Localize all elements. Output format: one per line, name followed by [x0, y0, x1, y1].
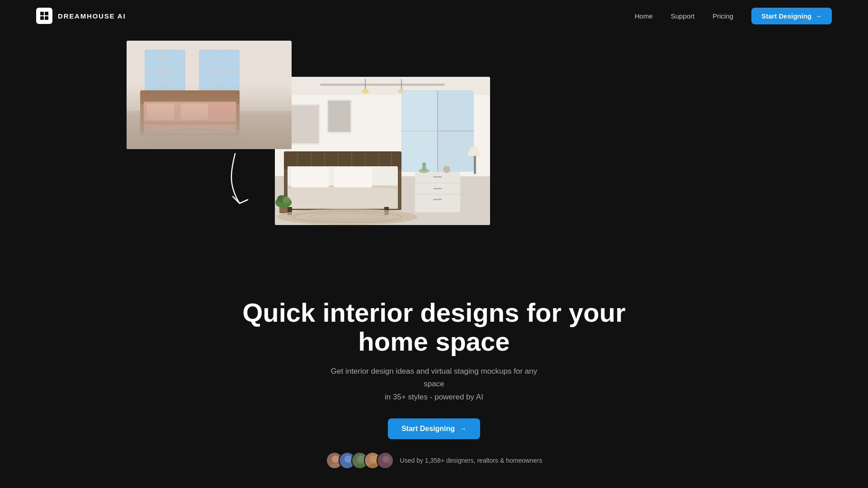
- svg-point-79: [382, 455, 390, 463]
- before-room-placeholder: [127, 41, 292, 149]
- svg-rect-16: [147, 104, 174, 120]
- svg-point-75: [357, 455, 364, 463]
- svg-rect-62: [474, 156, 476, 174]
- nav-home[interactable]: Home: [635, 12, 653, 20]
- before-image: [127, 41, 292, 149]
- social-proof: Used by 1,358+ designers, realtors & hom…: [9, 452, 859, 469]
- svg-rect-34: [290, 105, 319, 143]
- svg-point-73: [344, 455, 352, 463]
- svg-rect-49: [291, 167, 329, 188]
- svg-rect-15: [144, 102, 236, 133]
- after-room-placeholder: [275, 77, 490, 225]
- hero-text-section: Quick interior designs for your home spa…: [0, 285, 868, 469]
- logo-icon: [36, 8, 52, 24]
- logo[interactable]: DREAMHOUSE AI: [36, 8, 126, 24]
- hero-cta-label: Start Designing: [401, 425, 455, 433]
- svg-point-20: [154, 129, 235, 142]
- after-image: [275, 77, 490, 225]
- nav-cta-arrow-icon: →: [815, 12, 822, 20]
- svg-point-67: [283, 197, 290, 203]
- hero-cta-button[interactable]: Start Designing →: [388, 418, 480, 439]
- nav-pricing[interactable]: Pricing: [712, 12, 733, 20]
- svg-rect-0: [40, 12, 44, 15]
- svg-rect-36: [328, 101, 350, 132]
- svg-rect-32: [402, 91, 437, 171]
- svg-rect-1: [45, 12, 48, 15]
- nav-cta-label: Start Designing: [761, 12, 811, 20]
- hero-cta-arrow-icon: →: [459, 425, 467, 433]
- logo-text: DREAMHOUSE AI: [58, 12, 126, 20]
- hero-subtitle: Get interior design ideas and virtual st…: [321, 365, 547, 404]
- svg-point-80: [380, 464, 392, 469]
- svg-point-61: [443, 166, 450, 173]
- svg-rect-14: [140, 90, 240, 104]
- social-proof-text: Used by 1,358+ designers, realtors & hom…: [400, 457, 542, 464]
- svg-rect-23: [320, 84, 445, 86]
- avatar-5: [377, 452, 394, 469]
- svg-point-19: [140, 127, 249, 145]
- svg-rect-13: [140, 99, 240, 136]
- svg-rect-5: [127, 113, 292, 149]
- hero-title: Quick interior designs for your home spa…: [231, 298, 637, 356]
- svg-rect-58: [433, 199, 442, 200]
- avatars-group: [326, 452, 394, 469]
- svg-rect-12: [127, 111, 292, 114]
- svg-rect-57: [433, 188, 442, 189]
- svg-rect-60: [422, 163, 426, 171]
- hero-subtitle-line2: in 35+ styles - powered by AI: [385, 393, 483, 401]
- svg-rect-17: [181, 104, 208, 120]
- nav-links: Home Support Pricing Start Designing →: [635, 8, 832, 24]
- svg-rect-2: [40, 16, 44, 20]
- svg-rect-53: [415, 172, 460, 212]
- svg-rect-48: [288, 185, 398, 209]
- svg-rect-3: [45, 16, 48, 20]
- svg-rect-56: [433, 176, 442, 178]
- svg-point-71: [332, 455, 339, 463]
- nav-cta-button[interactable]: Start Designing →: [751, 8, 832, 24]
- transformation-arrow: [222, 149, 280, 212]
- svg-rect-18: [144, 121, 236, 125]
- svg-point-77: [370, 455, 377, 463]
- svg-point-25: [362, 89, 369, 94]
- hero-subtitle-line1: Get interior design ideas and virtual st…: [331, 367, 537, 389]
- navbar: DREAMHOUSE AI Home Support Pricing Start…: [0, 0, 868, 32]
- svg-rect-50: [334, 167, 372, 188]
- hero-images-section: [0, 41, 868, 294]
- nav-support[interactable]: Support: [671, 12, 695, 20]
